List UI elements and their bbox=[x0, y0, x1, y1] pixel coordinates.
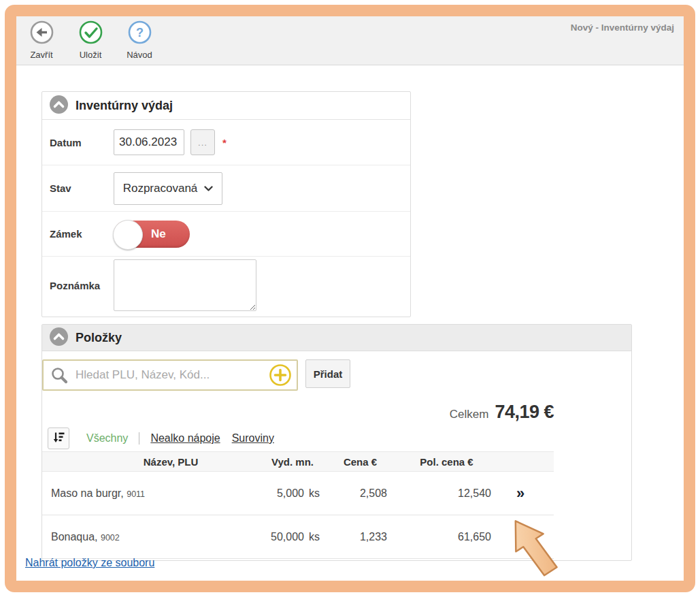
item-plu: 9002 bbox=[101, 533, 120, 543]
back-arrow-circle-icon bbox=[29, 20, 54, 48]
toggle-knob bbox=[113, 220, 143, 250]
lock-toggle-value: Ne bbox=[151, 227, 166, 241]
item-qty: 5,000 bbox=[277, 487, 304, 499]
save-button[interactable]: Uložit bbox=[71, 20, 110, 60]
svg-text:?: ? bbox=[136, 26, 144, 39]
help-button[interactable]: ? Návod bbox=[120, 20, 159, 60]
lock-label: Zámek bbox=[42, 228, 114, 240]
item-unit: ks bbox=[309, 531, 320, 543]
items-panel: Položky Přidat bbox=[41, 324, 632, 561]
search-icon bbox=[50, 366, 69, 385]
add-item-button[interactable]: Přidat bbox=[305, 359, 350, 388]
row-open-button[interactable]: » bbox=[499, 530, 554, 545]
collapse-chevron-up-icon[interactable] bbox=[50, 95, 68, 116]
status-row: Stav Rozpracovaná bbox=[42, 165, 410, 212]
header-price: Cena € bbox=[327, 456, 394, 468]
total-value: 74,19 € bbox=[495, 402, 554, 423]
filter-all[interactable]: Všechny bbox=[86, 432, 128, 445]
header-item-total: Pol. cena € bbox=[394, 456, 499, 468]
item-search-box bbox=[42, 359, 298, 391]
help-button-label: Návod bbox=[127, 50, 152, 60]
check-circle-icon bbox=[78, 20, 103, 48]
close-button[interactable]: Zavřít bbox=[22, 20, 61, 60]
toolbar-buttons: Zavřít Uložit ? bbox=[22, 20, 159, 60]
chevron-down-icon bbox=[204, 182, 213, 195]
filter-nealko-napoje[interactable]: Nealko nápoje bbox=[150, 432, 220, 445]
upload-items-link[interactable]: Nahrát položky ze souboru bbox=[25, 557, 154, 569]
form-panel-header: Inventúrny výdaj bbox=[42, 92, 410, 120]
items-panel-title: Položky bbox=[76, 331, 122, 345]
save-button-label: Uložit bbox=[80, 50, 102, 60]
page-content: Zavřít Uložit ? bbox=[16, 16, 684, 581]
form-panel-title: Inventúrny výdaj bbox=[76, 99, 173, 113]
inventory-form-panel: Inventúrny výdaj Datum ... * Stav Rozpra… bbox=[41, 91, 411, 317]
sort-button[interactable] bbox=[48, 427, 69, 449]
window-title: Nový - Inventúrny výdaj bbox=[571, 22, 674, 33]
items-panel-header: Položky bbox=[42, 325, 631, 351]
note-row: Poznámka bbox=[42, 257, 410, 314]
item-price: 1,233 bbox=[327, 531, 394, 543]
lock-toggle[interactable]: Ne bbox=[114, 221, 190, 248]
question-circle-icon: ? bbox=[127, 20, 152, 48]
close-button-label: Zavřít bbox=[30, 50, 52, 60]
item-name: Bonaqua, bbox=[51, 531, 98, 543]
required-asterisk: * bbox=[222, 137, 227, 148]
toolbar: Zavřít Uložit ? bbox=[16, 16, 684, 65]
add-plus-icon[interactable] bbox=[269, 364, 292, 387]
table-row[interactable]: Bonaqua, 9002 50,000ks 1,233 61,650 » bbox=[42, 515, 554, 559]
lock-row: Zámek Ne bbox=[42, 212, 410, 257]
date-label: Datum bbox=[42, 137, 114, 148]
item-qty: 50,000 bbox=[271, 531, 304, 543]
date-input[interactable] bbox=[114, 129, 184, 155]
table-row[interactable]: Maso na burgr, 9011 5,000ks 2,508 12,540… bbox=[42, 472, 554, 515]
item-price: 2,508 bbox=[327, 487, 394, 500]
application-window: Zavřít Uložit ? bbox=[0, 0, 700, 597]
filter-divider bbox=[139, 432, 139, 445]
item-name: Maso na burgr, bbox=[51, 487, 124, 499]
filter-suroviny[interactable]: Suroviny bbox=[232, 432, 274, 445]
double-chevron-right-icon: » bbox=[516, 485, 524, 502]
date-row: Datum ... * bbox=[42, 120, 410, 165]
item-total: 61,650 bbox=[394, 531, 499, 543]
note-textarea[interactable] bbox=[114, 259, 256, 311]
status-label: Stav bbox=[42, 182, 114, 194]
double-chevron-right-icon: » bbox=[516, 528, 524, 545]
item-unit: ks bbox=[309, 487, 320, 499]
items-table: Název, PLU Vyd. mn. Cena € Pol. cena € M… bbox=[42, 451, 554, 559]
item-plu: 9011 bbox=[127, 489, 145, 499]
sort-descending-icon bbox=[53, 432, 65, 446]
note-label: Poznámka bbox=[42, 280, 114, 291]
status-select-value: Rozpracovaná bbox=[123, 182, 198, 195]
total-amount: Celkem 74,19 € bbox=[450, 402, 554, 423]
header-qty: Vyd. mn. bbox=[259, 456, 327, 468]
collapse-chevron-up-icon[interactable] bbox=[50, 327, 68, 349]
item-search-input[interactable] bbox=[74, 368, 269, 383]
row-open-button[interactable]: » bbox=[499, 486, 554, 501]
item-total: 12,540 bbox=[394, 487, 499, 500]
total-label: Celkem bbox=[450, 408, 489, 421]
status-select[interactable]: Rozpracovaná bbox=[114, 172, 222, 205]
date-picker-button[interactable]: ... bbox=[190, 129, 215, 155]
filter-bar: Všechny Nealko nápoje Suroviny bbox=[48, 428, 274, 449]
table-header-row: Název, PLU Vyd. mn. Cena € Pol. cena € bbox=[42, 451, 554, 472]
header-name-plu: Název, PLU bbox=[42, 456, 259, 468]
